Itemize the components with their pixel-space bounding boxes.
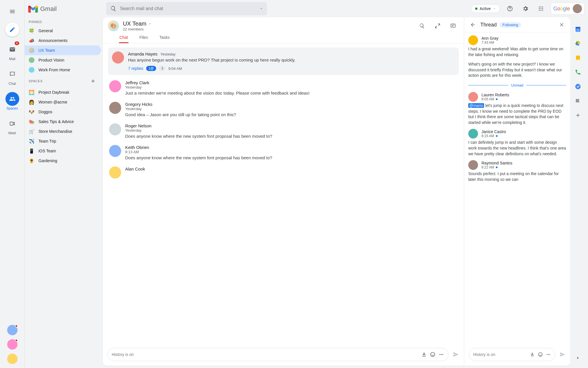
- rail-spaces[interactable]: Spaces: [4, 92, 21, 110]
- presence-dot: [15, 325, 18, 327]
- sidebar-item-announcements[interactable]: 📣Announcements: [25, 36, 101, 45]
- mail-badge: 4: [15, 41, 19, 45]
- thread-message[interactable]: Raymond Santos8:22 AM Sounds perfect. I …: [468, 158, 566, 184]
- spaces-header: SPACES: [25, 75, 101, 87]
- help-button[interactable]: [504, 3, 516, 14]
- emoji-button[interactable]: [538, 352, 543, 357]
- message[interactable]: Gregory HicksYesterdayGood idea – Jason …: [108, 99, 459, 120]
- format-button[interactable]: [421, 352, 427, 357]
- sidebar-item-gardening[interactable]: 🌻Gardening: [25, 156, 101, 166]
- thread-composer-input[interactable]: [473, 352, 527, 357]
- add-space-button[interactable]: [89, 77, 97, 85]
- format-button[interactable]: [530, 352, 535, 357]
- search-bar[interactable]: [106, 2, 267, 15]
- sidebar-item-women-acme[interactable]: 👩Women @acme: [25, 97, 101, 107]
- svg-rect-12: [451, 24, 455, 27]
- unread-dot-icon: [496, 98, 498, 100]
- svg-rect-0: [10, 122, 13, 125]
- space-search-button[interactable]: [416, 20, 428, 32]
- sidebar-item-general[interactable]: 🍀General: [25, 26, 101, 36]
- rail-chat[interactable]: Chat: [4, 67, 21, 86]
- drive-app-button[interactable]: [575, 40, 581, 47]
- count-pill: 3: [159, 66, 166, 71]
- message[interactable]: Keith Obrien8:13 AMDoes anyone know wher…: [108, 142, 459, 164]
- thread-back-button[interactable]: [468, 20, 477, 29]
- megaphone-icon: 📣: [29, 38, 34, 43]
- tmsg-author: Raymond Santos: [481, 161, 512, 165]
- avatar: [109, 123, 121, 135]
- open-thread-button[interactable]: [447, 20, 459, 32]
- sidebar-item-work-from-home[interactable]: Work From Home: [25, 65, 101, 75]
- apps-button[interactable]: [535, 3, 547, 14]
- contacts-app-button[interactable]: [575, 69, 581, 75]
- collapse-panel-button[interactable]: [575, 355, 581, 361]
- user-avatar[interactable]: [573, 4, 582, 13]
- sidebar-item-sales-tips[interactable]: 🍉Sales Tips & Advice: [25, 117, 101, 126]
- message-pinned[interactable]: Amanda HayesYesteday Has anyone begun wo…: [108, 47, 459, 75]
- search-icon: [419, 23, 425, 29]
- rail-recent-2[interactable]: [7, 339, 18, 350]
- space-tabs: Chat Files Tasks: [103, 33, 464, 43]
- sidebar-item-project-daybreak[interactable]: 🌅Project Daybreak: [25, 87, 101, 97]
- replies-link[interactable]: 7 replies: [128, 66, 143, 71]
- more-button[interactable]: [546, 352, 551, 357]
- close-icon: [559, 22, 564, 27]
- thread-message[interactable]: Ann Gray7:43 AM I had a great weekend! W…: [468, 34, 566, 80]
- following-chip[interactable]: Following: [500, 22, 521, 28]
- mention-chip[interactable]: @mario: [468, 103, 484, 108]
- contacts-icon: [575, 69, 581, 75]
- addons-app-button[interactable]: [575, 98, 581, 104]
- caret-down-icon[interactable]: [260, 7, 263, 10]
- thread-message[interactable]: Lauren Roberts8:05 AM @mario let's jump …: [468, 90, 566, 127]
- pinned-title: PINNED: [29, 20, 42, 24]
- space-avatar-icon: [29, 67, 34, 73]
- more-button[interactable]: [438, 352, 444, 357]
- sidebar-item-ios-team[interactable]: 📱iOS Team: [25, 146, 101, 156]
- google-account-chip[interactable]: Google: [551, 3, 585, 15]
- rail-mail[interactable]: 4 Mail: [4, 43, 21, 61]
- status-chip[interactable]: Active: [471, 4, 500, 13]
- message[interactable]: Alan Cook: [108, 164, 459, 181]
- send-button[interactable]: [452, 351, 459, 358]
- svg-point-6: [539, 8, 539, 9]
- space-title: UX Team: [123, 20, 146, 27]
- thread-close-button[interactable]: [557, 20, 566, 29]
- tab-chat[interactable]: Chat: [119, 33, 129, 43]
- svg-point-22: [547, 354, 548, 355]
- settings-button[interactable]: [520, 3, 531, 14]
- tab-files[interactable]: Files: [139, 33, 149, 43]
- rail-meet[interactable]: Meet: [4, 117, 21, 135]
- collapse-button[interactable]: [432, 20, 443, 32]
- caret-down-icon[interactable]: [148, 22, 152, 26]
- rail-recent-1[interactable]: [7, 325, 18, 335]
- calendar-app-button[interactable]: 31: [575, 26, 581, 32]
- add-app-button[interactable]: [575, 112, 581, 118]
- thread-message[interactable]: Janice Castro8:15 AM I can definitely ju…: [468, 127, 566, 158]
- tasks-app-button[interactable]: [575, 83, 581, 90]
- search-input[interactable]: [120, 6, 256, 11]
- app-rail: 4 Mail Chat Spaces Meet: [0, 0, 25, 368]
- sidebar-item-doggos[interactable]: 🐶Doggos: [25, 107, 101, 117]
- sunrise-icon: 🌅: [29, 89, 34, 95]
- svg-point-20: [539, 354, 540, 354]
- main-menu-button[interactable]: [5, 5, 19, 18]
- message-composer[interactable]: [107, 348, 448, 361]
- thread-composer[interactable]: [469, 348, 555, 361]
- compose-button[interactable]: [5, 22, 20, 37]
- sidebar-item-store-merchandise[interactable]: 🛒Store Merchandise: [25, 126, 101, 136]
- rail-recent-3[interactable]: [7, 354, 18, 364]
- thread-messages: Ann Gray7:43 AM I had a great weekend! W…: [464, 32, 570, 345]
- message[interactable]: Roger NelsonYesterdayDoes anyone know wh…: [108, 120, 459, 142]
- space-avatar-icon: [29, 47, 34, 53]
- composer-input[interactable]: [112, 352, 418, 357]
- emoji-button[interactable]: [430, 352, 436, 357]
- message[interactable]: Jeffrey ClarkYesterdayJust a reminder we…: [108, 77, 459, 99]
- brand[interactable]: Gmail: [25, 2, 101, 18]
- svg-point-18: [442, 354, 443, 355]
- sidebar-item-product-vision[interactable]: Product Vision: [25, 55, 101, 65]
- tab-tasks[interactable]: Tasks: [159, 33, 170, 43]
- thread-send-button[interactable]: [559, 351, 566, 358]
- keep-app-button[interactable]: [575, 55, 581, 61]
- sidebar-item-ux-team[interactable]: UX Team: [25, 45, 101, 55]
- sidebar-item-team-trip[interactable]: ✈️Team Trip: [25, 136, 101, 146]
